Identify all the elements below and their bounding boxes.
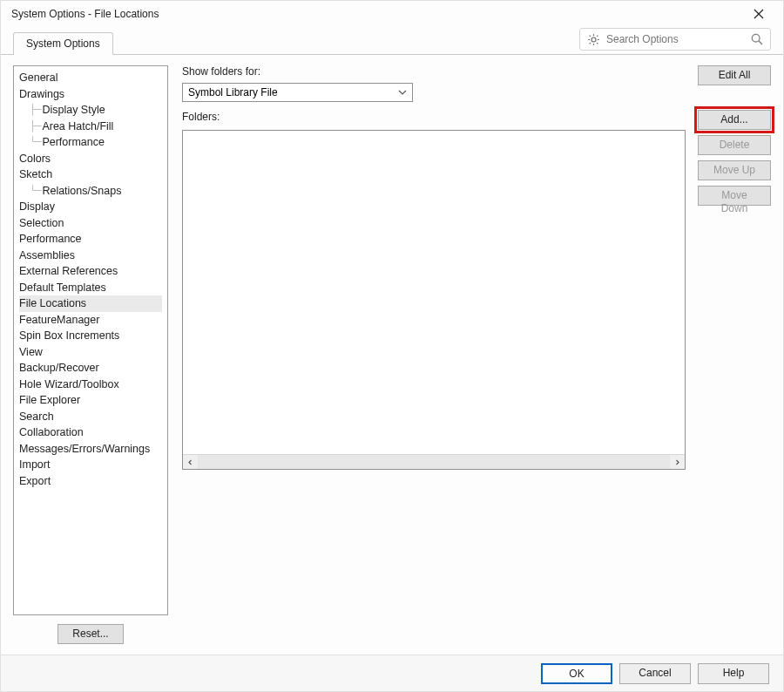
tree-item[interactable]: └─Relations/Snaps [19, 183, 162, 200]
move-up-button: Move Up [698, 160, 771, 180]
search-input[interactable] [601, 33, 749, 45]
tree-item-label: Performance [42, 134, 105, 151]
scroll-right-icon[interactable] [670, 455, 685, 469]
tab-search-row: System Options [1, 27, 783, 55]
reset-row: Reset... [13, 624, 168, 644]
tree-item[interactable]: General [19, 70, 162, 86]
tree-item[interactable]: Selection [19, 215, 162, 232]
folders-hscrollbar[interactable] [183, 454, 685, 469]
tree-item-label: Area Hatch/Fill [42, 119, 113, 135]
tree-item[interactable]: Performance [19, 231, 162, 248]
ok-button[interactable]: OK [541, 663, 612, 684]
cancel-button[interactable]: Cancel [619, 663, 691, 684]
edit-all-button[interactable]: Edit All [698, 65, 771, 85]
close-icon [754, 9, 764, 19]
tree-branch-icon: └─ [30, 134, 40, 151]
chevron-down-icon [398, 90, 407, 95]
tree-item[interactable]: External References [19, 263, 162, 280]
tree-item[interactable]: Search [19, 409, 162, 425]
show-folders-dropdown[interactable]: Symbol Library File [182, 83, 413, 102]
tree-item[interactable]: Sketch [19, 166, 162, 183]
tab-system-options[interactable]: System Options [13, 32, 113, 55]
search-icon [749, 31, 765, 47]
tree-item[interactable]: FeatureManager [19, 312, 162, 329]
reset-button[interactable]: Reset... [57, 624, 124, 644]
add-button[interactable]: Add... [698, 110, 771, 130]
tree-item[interactable]: Drawings [19, 86, 162, 103]
move-down-button: Move Down [698, 186, 771, 206]
folder-action-group: Add... Delete Move Up Move Down [698, 110, 771, 206]
tree-item[interactable]: File Locations [19, 295, 162, 312]
gear-icon [585, 31, 601, 47]
category-tree[interactable]: GeneralDrawings├─Display Style├─Area Hat… [13, 65, 168, 615]
tree-item[interactable]: View [19, 344, 162, 361]
tree-item[interactable]: Backup/Recover [19, 360, 162, 377]
show-folders-label: Show folders for: [182, 65, 686, 78]
tree-item[interactable]: Assemblies [19, 248, 162, 264]
folders-listbox[interactable] [182, 130, 686, 470]
tree-item-label: Relations/Snaps [42, 183, 121, 200]
svg-point-0 [752, 34, 760, 42]
tree-item[interactable]: Hole Wizard/Toolbox [19, 377, 162, 393]
tree-item[interactable]: Spin Box Increments [19, 328, 162, 344]
tree-item[interactable]: Default Templates [19, 280, 162, 296]
dialog-footer: OK Cancel Help [1, 655, 783, 691]
tab-strip: System Options [13, 32, 113, 54]
scroll-left-icon[interactable] [183, 455, 198, 469]
form-column: Show folders for: Symbol Library File Fo… [182, 65, 686, 644]
tree-item[interactable]: File Explorer [19, 392, 162, 409]
tree-item-label: Display Style [42, 102, 105, 119]
titlebar: System Options - File Locations [1, 1, 783, 27]
left-column: GeneralDrawings├─Display Style├─Area Hat… [13, 65, 168, 644]
dialog-body: GeneralDrawings├─Display Style├─Area Hat… [1, 55, 783, 655]
system-options-dialog: System Options - File Locations System O… [0, 0, 784, 692]
close-button[interactable] [741, 1, 776, 27]
tree-item[interactable]: Import [19, 457, 162, 473]
tree-branch-icon: ├─ [30, 102, 40, 119]
search-options-box[interactable] [579, 28, 771, 51]
action-column: Edit All Add... Delete Move Up Move Down [698, 65, 771, 644]
tree-item[interactable]: Export [19, 473, 162, 490]
delete-button: Delete [698, 135, 771, 155]
dropdown-value: Symbol Library File [188, 86, 278, 98]
window-title: System Options - File Locations [11, 8, 159, 20]
svg-line-1 [759, 41, 762, 44]
tree-item[interactable]: Display [19, 199, 162, 215]
tree-branch-icon: ├─ [30, 119, 40, 135]
tree-item[interactable]: Colors [19, 151, 162, 167]
tree-item[interactable]: Collaboration [19, 424, 162, 441]
center-column: Show folders for: Symbol Library File Fo… [182, 65, 771, 644]
tree-item[interactable]: Messages/Errors/Warnings [19, 441, 162, 458]
tree-item[interactable]: ├─Area Hatch/Fill [19, 119, 162, 135]
tree-branch-icon: └─ [30, 183, 40, 200]
tree-item[interactable]: ├─Display Style [19, 102, 162, 119]
help-button[interactable]: Help [698, 663, 769, 684]
tree-item[interactable]: └─Performance [19, 134, 162, 151]
folders-label: Folders: [182, 111, 686, 123]
scroll-track[interactable] [198, 455, 670, 469]
